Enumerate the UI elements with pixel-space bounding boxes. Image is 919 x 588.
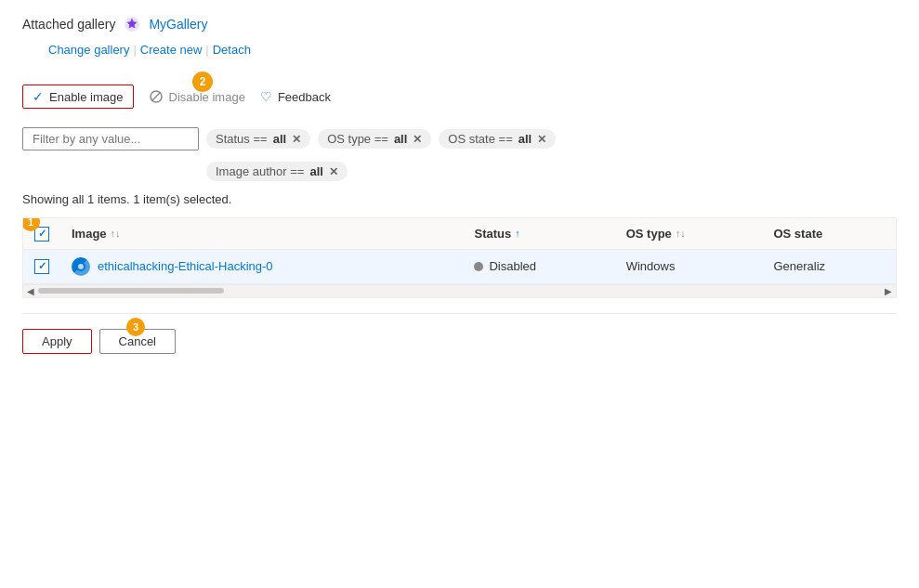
header-checkbox-check: ✓ xyxy=(38,228,46,240)
svg-point-4 xyxy=(78,264,84,269)
check-icon: ✓ xyxy=(33,89,44,104)
scroll-thumb[interactable] xyxy=(38,288,224,294)
scroll-right-arrow[interactable]: ▶ xyxy=(885,286,892,296)
step3-badge: 3 xyxy=(126,318,145,336)
action-links: Change gallery | Create new | Detach xyxy=(48,43,897,57)
row-image-cell: ethicalhacking-Ethical-Hacking-0 xyxy=(60,249,463,283)
header-checkbox-cell: 1 ✓ xyxy=(23,218,60,249)
page-container: Attached gallery MyGallery Change galler… xyxy=(0,0,919,384)
attached-gallery-row: Attached gallery MyGallery xyxy=(22,15,897,33)
filter-input[interactable] xyxy=(22,127,199,150)
detach-link[interactable]: Detach xyxy=(213,43,251,57)
filter-chip-os-state: OS state == all ✕ xyxy=(439,129,556,149)
feedback-label: Feedback xyxy=(278,90,331,104)
row-status-cell: Disabled xyxy=(463,249,614,283)
col-header-os-state: OS state xyxy=(762,218,896,249)
ban-icon xyxy=(149,89,164,104)
filter-chip-image-author-close[interactable]: ✕ xyxy=(329,166,338,177)
enable-image-button[interactable]: ✓ Enable image xyxy=(22,85,134,109)
step2-badge: 2 xyxy=(192,72,213,92)
col-header-os-type: OS type ↑↓ xyxy=(615,218,763,249)
col-os-state-label: OS state xyxy=(773,227,822,241)
svg-line-2 xyxy=(151,93,160,101)
change-gallery-link[interactable]: Change gallery xyxy=(48,43,129,57)
col-status-label: Status xyxy=(474,227,511,241)
status-value: Disabled xyxy=(489,259,536,273)
status-sort-icon[interactable]: ↑ xyxy=(515,228,520,239)
create-new-link[interactable]: Create new xyxy=(140,43,202,57)
row-os-state-cell: Generaliz xyxy=(762,249,896,283)
feedback-button[interactable]: ♡ Feedback xyxy=(260,89,331,104)
filter-row: Status == all ✕ OS type == all ✕ OS stat… xyxy=(22,127,897,150)
os-type-value: Windows xyxy=(626,259,676,273)
images-table: 1 ✓ Image ↑↓ Sta xyxy=(23,218,896,284)
gallery-name-link[interactable]: MyGallery xyxy=(149,17,207,32)
status-dot xyxy=(474,262,483,271)
horizontal-scrollbar[interactable]: ◀ ▶ xyxy=(23,284,896,297)
enable-image-label: Enable image xyxy=(49,90,124,104)
table-wrapper: 1 ✓ Image ↑↓ Sta xyxy=(22,217,897,298)
col-image-label: Image xyxy=(72,227,107,241)
filter-row-2: Image author == all ✕ xyxy=(206,162,897,181)
actions-row: 2 ✓ Enable image Disable image ♡ Feedbac… xyxy=(22,72,897,109)
filter-chip-os-type-close[interactable]: ✕ xyxy=(413,134,422,145)
row-checkbox[interactable]: ✓ xyxy=(34,259,49,274)
apply-button[interactable]: Apply xyxy=(22,329,92,354)
image-sort-icon[interactable]: ↑↓ xyxy=(111,228,121,239)
col-header-image: Image ↑↓ xyxy=(60,218,463,249)
attached-gallery-label: Attached gallery xyxy=(22,17,115,32)
table-row: ✓ ethicalhacking-Ethical-Hacking-0 xyxy=(23,249,896,283)
row-checkbox-check: ✓ xyxy=(38,260,46,272)
filter-chip-os-state-close[interactable]: ✕ xyxy=(537,134,546,145)
filter-chip-status: Status == all ✕ xyxy=(206,129,310,149)
count-row: Showing all 1 items. 1 item(s) selected. xyxy=(22,192,897,206)
bottom-section: 3 Apply Cancel xyxy=(22,313,897,369)
col-os-type-label: OS type xyxy=(626,227,672,241)
heart-icon: ♡ xyxy=(260,89,272,104)
filter-chip-os-type: OS type == all ✕ xyxy=(318,129,431,149)
disable-image-button[interactable]: Disable image xyxy=(149,89,245,104)
row-checkbox-cell: ✓ xyxy=(23,249,60,283)
table-header-row: 1 ✓ Image ↑↓ Sta xyxy=(23,218,896,249)
os-state-value: Generaliz xyxy=(773,259,825,273)
row-os-type-cell: Windows xyxy=(615,249,763,283)
gallery-icon xyxy=(123,15,141,33)
image-type-icon xyxy=(72,257,90,276)
scroll-left-arrow[interactable]: ◀ xyxy=(27,286,34,296)
image-name-link[interactable]: ethicalhacking-Ethical-Hacking-0 xyxy=(98,259,273,273)
disable-image-label: Disable image xyxy=(169,90,245,104)
os-type-sort-icon[interactable]: ↑↓ xyxy=(676,228,686,239)
filter-chip-image-author: Image author == all ✕ xyxy=(206,162,348,181)
filter-chip-status-close[interactable]: ✕ xyxy=(292,134,301,145)
col-header-status: Status ↑ xyxy=(463,218,614,249)
